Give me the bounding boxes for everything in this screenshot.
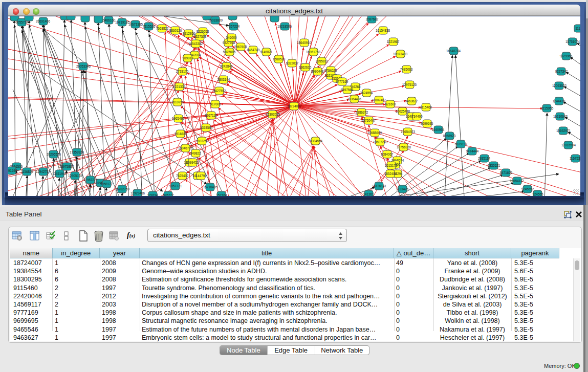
svg-text:8427552: 8427552 xyxy=(213,89,226,93)
svg-text:15716485: 15716485 xyxy=(203,185,218,189)
svg-text:9329966: 9329966 xyxy=(560,54,573,58)
svg-text:734400: 734400 xyxy=(411,115,423,118)
svg-text:9857771: 9857771 xyxy=(169,184,182,188)
svg-text:16154838: 16154838 xyxy=(376,29,390,32)
svg-text:1353594: 1353594 xyxy=(200,126,213,129)
svg-text:1167533: 1167533 xyxy=(570,157,580,160)
svg-text:391540: 391540 xyxy=(8,169,17,172)
svg-text:25302035: 25302035 xyxy=(266,113,280,116)
svg-text:141361: 141361 xyxy=(363,192,374,196)
svg-text:20053346: 20053346 xyxy=(76,64,91,68)
svg-text:10025488: 10025488 xyxy=(396,110,410,113)
svg-text:16543382: 16543382 xyxy=(188,42,203,46)
svg-text:7357224: 7357224 xyxy=(227,25,240,28)
svg-text:989012: 989012 xyxy=(182,56,193,60)
svg-text:9242848: 9242848 xyxy=(220,64,233,68)
svg-text:10973493: 10973493 xyxy=(393,52,408,56)
svg-text:1588520: 1588520 xyxy=(273,57,286,61)
svg-text:157164: 157164 xyxy=(216,193,227,196)
svg-text:6497568: 6497568 xyxy=(341,88,354,92)
svg-text:1916682: 1916682 xyxy=(175,132,187,136)
svg-text:2935114: 2935114 xyxy=(478,157,491,160)
svg-text:144790: 144790 xyxy=(195,174,207,178)
svg-text:546000: 546000 xyxy=(226,36,237,39)
svg-text:8471676: 8471676 xyxy=(500,171,513,174)
svg-text:18640910: 18640910 xyxy=(297,41,312,45)
svg-text:10654112: 10654112 xyxy=(510,179,524,183)
svg-text:985777: 985777 xyxy=(163,193,174,196)
svg-text:129234: 129234 xyxy=(147,193,158,196)
svg-text:7485063: 7485063 xyxy=(400,68,413,71)
svg-text:12942757: 12942757 xyxy=(36,170,51,173)
svg-text:1156829: 1156829 xyxy=(21,170,34,173)
svg-text:20206526: 20206526 xyxy=(47,152,61,156)
svg-text:10807487: 10807487 xyxy=(372,98,386,102)
svg-text:18607249: 18607249 xyxy=(373,140,388,144)
svg-text:12923466: 12923466 xyxy=(130,191,145,195)
svg-text:621600: 621600 xyxy=(385,102,396,106)
svg-text:9463627: 9463627 xyxy=(405,99,418,103)
svg-text:1332621: 1332621 xyxy=(488,164,500,167)
svg-text:7515526: 7515526 xyxy=(143,25,156,28)
svg-text:15751074: 15751074 xyxy=(565,40,580,43)
svg-text:9327508: 9327508 xyxy=(194,35,207,38)
svg-text:6879197: 6879197 xyxy=(455,142,468,146)
svg-text:1610755: 1610755 xyxy=(171,100,184,104)
svg-text:1244419: 1244419 xyxy=(553,99,565,103)
svg-text:9474444: 9474444 xyxy=(466,149,479,153)
svg-text:1852486: 1852486 xyxy=(384,172,397,176)
svg-text:1833252: 1833252 xyxy=(196,139,209,143)
svg-text:16210643: 16210643 xyxy=(553,115,568,118)
svg-text:6466160: 6466160 xyxy=(103,18,116,22)
svg-text:7955812: 7955812 xyxy=(316,59,329,63)
svg-text:9146821: 9146821 xyxy=(260,50,273,54)
svg-text:9084067: 9084067 xyxy=(381,152,394,156)
svg-text:8990448: 8990448 xyxy=(311,70,324,73)
svg-text:917006: 917006 xyxy=(210,102,221,106)
svg-text:19384554: 19384554 xyxy=(308,139,323,143)
svg-text:1640954: 1640954 xyxy=(432,128,445,132)
svg-text:14136141: 14136141 xyxy=(372,184,387,188)
svg-text:2967608: 2967608 xyxy=(234,45,247,49)
svg-text:12093522: 12093522 xyxy=(552,84,567,87)
svg-text:1615172: 1615172 xyxy=(385,164,398,167)
svg-text:8958923: 8958923 xyxy=(443,134,456,138)
svg-text:19654923: 19654923 xyxy=(401,130,416,134)
svg-text:16046726: 16046726 xyxy=(178,146,193,150)
svg-text:2718170: 2718170 xyxy=(176,70,189,73)
svg-text:20364436: 20364436 xyxy=(347,97,362,101)
svg-text:7386372: 7386372 xyxy=(356,111,368,114)
svg-text:8267110: 8267110 xyxy=(205,114,217,117)
svg-text:9958177: 9958177 xyxy=(100,182,113,186)
svg-text:6322037: 6322037 xyxy=(286,61,299,65)
svg-text:9115460: 9115460 xyxy=(420,105,432,109)
svg-text:9699695: 9699695 xyxy=(421,122,433,125)
svg-text:1221336: 1221336 xyxy=(173,85,186,89)
svg-text:12905135: 12905135 xyxy=(68,174,83,178)
svg-text:16961758: 16961758 xyxy=(306,50,321,54)
svg-text:1733426: 1733426 xyxy=(396,187,409,191)
svg-text:6099451: 6099451 xyxy=(186,161,199,164)
svg-text:19218506: 19218506 xyxy=(277,25,292,28)
svg-text:1117: 1117 xyxy=(575,27,580,30)
svg-text:2803144: 2803144 xyxy=(217,78,230,81)
svg-text:18724007: 18724007 xyxy=(287,104,302,108)
svg-text:7663822: 7663822 xyxy=(156,27,169,30)
svg-text:13451944: 13451944 xyxy=(52,172,67,176)
svg-text:924565: 924565 xyxy=(532,192,543,196)
svg-text:10688609: 10688609 xyxy=(367,131,382,135)
svg-text:17016504: 17016504 xyxy=(561,143,576,147)
svg-text:8215955: 8215955 xyxy=(541,106,554,110)
svg-text:23975887: 23975887 xyxy=(59,165,74,168)
svg-text:9245652: 9245652 xyxy=(521,187,534,191)
svg-text:17359924: 17359924 xyxy=(70,150,84,154)
svg-text:1221967: 1221967 xyxy=(387,40,400,43)
svg-text:16648784: 16648784 xyxy=(446,49,461,53)
svg-text:5875685: 5875685 xyxy=(223,50,236,54)
svg-text:16033809: 16033809 xyxy=(208,18,223,22)
svg-text:1965492: 1965492 xyxy=(172,117,185,120)
svg-text:3624554: 3624554 xyxy=(360,91,373,95)
svg-text:16782759: 16782759 xyxy=(115,187,130,191)
svg-text:9777169: 9777169 xyxy=(336,80,349,83)
svg-text:349822: 349822 xyxy=(190,151,201,155)
